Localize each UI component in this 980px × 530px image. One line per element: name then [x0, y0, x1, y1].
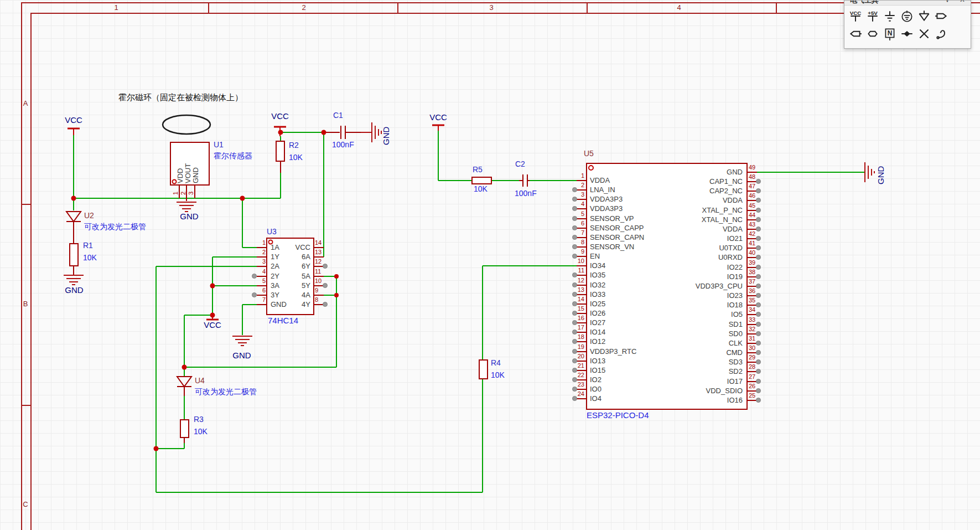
vcc-label-left[interactable]: VCC [65, 116, 82, 125]
pin-name: GND [191, 167, 200, 183]
gnd-label-r1[interactable]: GND [65, 286, 83, 295]
electrical-tools-panel[interactable]: 电气工具 ▼ ✕ VCC +5V [844, 0, 971, 49]
r1-symbol[interactable] [70, 244, 78, 275]
r5-value[interactable]: 10K [474, 185, 488, 193]
pin-name: U0TXD [636, 244, 743, 252]
r4-value[interactable]: 10K [491, 371, 505, 379]
u3-value[interactable]: 74HC14 [268, 316, 298, 326]
pin-number: 12 [315, 258, 322, 265]
panel-pin-icon[interactable]: ▼ [944, 1, 951, 4]
ruler-column-tick [587, 2, 588, 13]
tool-vcc-flag-button[interactable]: VCC [847, 7, 864, 25]
gnd-label-u1[interactable]: GND [180, 212, 198, 222]
panel-close-icon[interactable]: ✕ [960, 1, 965, 4]
annotation-text[interactable]: 霍尔磁环（固定在被检测物体上） [118, 93, 243, 102]
tool-net-junction-button[interactable] [898, 25, 915, 43]
pin-number: 47 [749, 183, 755, 189]
r1-value[interactable]: 10K [83, 254, 97, 262]
no-connect-dot [756, 227, 761, 231]
r5-symbol[interactable] [472, 177, 491, 184]
pin-stub [577, 379, 587, 380]
pin-number: 29 [749, 354, 755, 361]
vcc-label-bottom[interactable]: VCC [204, 321, 221, 330]
pin-name: VDDA [636, 196, 743, 204]
pin-number: 1 [172, 192, 179, 195]
vcc-label-right[interactable]: VCC [429, 113, 447, 122]
c2-value[interactable]: 100nF [515, 189, 537, 198]
u5-value[interactable]: ESP32-PICO-D4 [587, 411, 649, 420]
pin-number: 27 [749, 373, 755, 380]
u3-ref[interactable]: U3 [267, 228, 277, 236]
c1-value[interactable]: 100nF [332, 141, 354, 149]
u4-comment[interactable]: 可改为发光二极管 [195, 388, 257, 396]
vcc-label-mid[interactable]: VCC [271, 112, 289, 121]
r3-ref[interactable]: R3 [194, 415, 204, 424]
gnd-label-c1[interactable]: GND [382, 127, 391, 145]
tool-net-label-button[interactable] [864, 25, 881, 43]
r1-ref[interactable]: R1 [83, 241, 93, 250]
pin-stub [577, 275, 587, 276]
schematic-canvas[interactable]: 1 2 3 4 A B C 霍尔磁环（固定在被 [0, 0, 980, 530]
gnd-label-u5[interactable]: GND [877, 166, 886, 184]
vcc-flag-left[interactable] [68, 128, 80, 135]
r2-ref[interactable]: R2 [289, 141, 299, 150]
ruler-row-label: C [23, 500, 28, 508]
gnd-label-u3[interactable]: GND [232, 351, 251, 361]
tool-chassis-ground-button[interactable] [915, 7, 932, 25]
u2-ref[interactable]: U2 [84, 212, 94, 220]
ruler-row-label: B [23, 300, 28, 308]
r4-ref[interactable]: R4 [491, 359, 501, 367]
pin-name: IO25 [590, 300, 605, 308]
r3-symbol[interactable] [180, 420, 189, 443]
u3-ground-symbol[interactable] [232, 336, 252, 346]
c2-ref[interactable]: C2 [515, 160, 525, 168]
r4-symbol[interactable] [479, 360, 488, 379]
c1-symbol[interactable] [324, 126, 361, 139]
u1-comment[interactable]: 霍尔传感器 [214, 152, 252, 160]
plus5v-flag-icon: +5V [865, 9, 880, 23]
tool-probe-button[interactable] [932, 25, 950, 43]
pin-name: VDD3P3_CPU [636, 282, 743, 290]
u4-ref[interactable]: U4 [195, 377, 205, 385]
pin-stub [314, 295, 324, 296]
u5-ground-symbol[interactable] [865, 162, 874, 182]
vcc-flag-right[interactable] [432, 125, 444, 131]
pin-name: IO33 [590, 290, 605, 299]
panel-title: 电气工具 [850, 1, 879, 6]
frame-top-inner [30, 13, 980, 14]
tool-earth-ground-button[interactable] [898, 7, 915, 25]
u1-ref[interactable]: U1 [214, 141, 224, 149]
tool-signal-ground-button[interactable] [881, 7, 898, 25]
tool-5v-flag-button[interactable]: +5V [864, 7, 881, 25]
r3-value[interactable]: 10K [194, 428, 208, 436]
u4-diode-symbol[interactable] [177, 377, 191, 396]
r5-ref[interactable]: R5 [473, 166, 483, 174]
u1-ground-symbol[interactable] [177, 202, 196, 212]
ruler-column-label: 3 [489, 3, 493, 12]
panel-title-bar[interactable]: 电气工具 ▼ ✕ [844, 1, 971, 6]
r2-symbol[interactable] [276, 141, 284, 173]
pin-stub [577, 218, 587, 219]
tool-net-name-button[interactable]: N [881, 25, 898, 43]
pin-stub [577, 341, 587, 342]
pin-number: 13 [315, 249, 322, 255]
pin-number: 30 [749, 344, 755, 351]
c2-symbol[interactable] [519, 174, 530, 187]
pin-name: SENSOR_CAPP [590, 224, 644, 232]
u2-comment[interactable]: 可改为发光二极管 [84, 223, 146, 231]
pin-number: 10 [566, 258, 584, 264]
hall-ring-ellipse[interactable] [163, 115, 210, 134]
pin-name: CAP1_NC [636, 177, 743, 186]
c1-ground-symbol[interactable] [361, 122, 381, 142]
pin-name: GND [636, 168, 743, 176]
r1-ground-symbol[interactable] [64, 275, 84, 285]
tool-port-right-button[interactable] [932, 7, 950, 25]
no-connect-dot [756, 388, 761, 393]
pin-name: EN [590, 252, 600, 260]
u2-diode-symbol[interactable] [66, 212, 81, 244]
r2-value[interactable]: 10K [289, 153, 303, 162]
u5-ref[interactable]: U5 [584, 150, 594, 158]
c1-ref[interactable]: C1 [333, 111, 343, 120]
tool-no-connect-button[interactable] [915, 25, 932, 43]
tool-port-left-button[interactable] [847, 25, 864, 43]
